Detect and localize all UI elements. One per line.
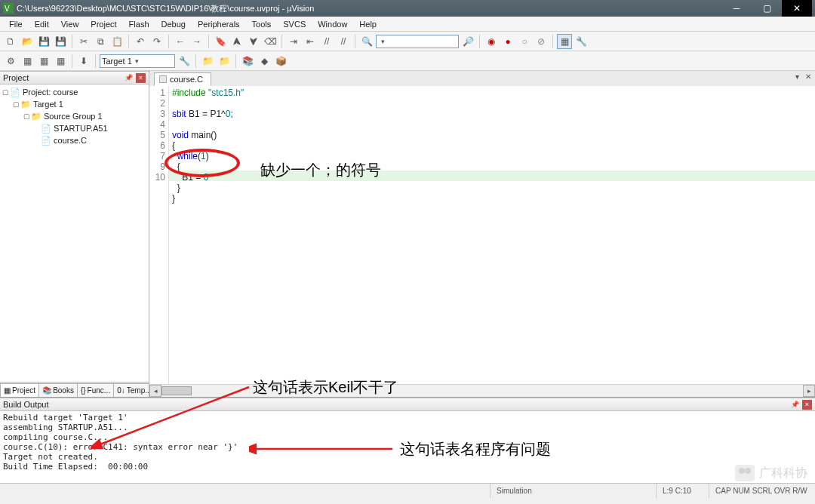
target-combo[interactable]: Target 1 ▾ (100, 54, 175, 68)
breakpoint-disable-icon[interactable]: ○ (517, 34, 532, 49)
project-panel-title: Project (3, 73, 29, 82)
project-panel-header: Project 📌 × (0, 71, 149, 85)
editor-hscroll[interactable]: ◂ ▸ (149, 384, 815, 397)
tab-dropdown-icon[interactable]: ▾ (793, 72, 801, 81)
watermark: 广科科协 (735, 465, 807, 481)
pin-icon[interactable]: 📌 (125, 74, 133, 81)
code-editor[interactable]: 1234567910 #include "stc15.h" sbit B1 = … (149, 86, 815, 384)
copy-icon[interactable]: ⧉ (93, 34, 108, 49)
ptab-project[interactable]: ▦Project (0, 383, 39, 397)
find-combo[interactable]: ▾ (376, 35, 459, 48)
menu-help[interactable]: Help (353, 18, 383, 30)
translate-icon[interactable]: ⚙ (3, 54, 18, 69)
new-icon[interactable]: 🗋 (3, 34, 18, 49)
toolbar-build: ⚙ ▦ ▦ ▦ ⬇ Target 1 ▾ 🔧 📁 📁 📚 ◆ 📦 (0, 51, 815, 71)
nav-back-icon[interactable]: ← (173, 34, 188, 49)
code-lines[interactable]: #include "stc15.h" sbit B1 = P1^0; void … (169, 86, 815, 384)
window-controls: ─ ▢ ✕ (721, 0, 812, 17)
titlebar: V C:\Users\96223\Desktop\MCU\STC\STC15W\… (0, 0, 815, 17)
window-title: C:\Users\96223\Desktop\MCU\STC\STC15W\DI… (17, 3, 721, 14)
configure-icon[interactable]: 🔧 (574, 34, 589, 49)
rebuild-icon[interactable]: ▦ (36, 54, 51, 69)
build-output-header: Build Output 📌 × (0, 398, 815, 411)
panel-close-icon[interactable]: × (136, 73, 146, 83)
paste-icon[interactable]: 📋 (109, 34, 125, 49)
app-icon: V (3, 3, 14, 14)
uncomment-icon[interactable]: // (336, 34, 351, 49)
save-all-icon[interactable]: 💾 (53, 34, 68, 49)
build-output-body[interactable]: Rebuild target 'Target 1' assembling STA… (0, 411, 815, 483)
debug-icon[interactable]: ◉ (484, 34, 499, 49)
menu-view[interactable]: View (55, 18, 85, 30)
status-cursor-pos: L:9 C:10 (657, 484, 709, 498)
menu-file[interactable]: File (3, 18, 29, 30)
panel-close-icon[interactable]: × (802, 400, 812, 410)
menu-edit[interactable]: Edit (29, 18, 55, 30)
tree-file[interactable]: 📄 course.C (2, 134, 147, 146)
pack-installer-icon[interactable]: 📦 (273, 54, 288, 69)
pin-icon[interactable]: 📌 (791, 401, 799, 408)
manage-rtos-icon[interactable]: ◆ (257, 54, 272, 69)
menu-project[interactable]: Project (85, 18, 122, 30)
project-tree[interactable]: ▢ 📄 Project: course ▢ 📁 Target 1 ▢ 📁 Sou… (0, 85, 149, 382)
gutter: 1234567910 (149, 86, 169, 384)
indent-icon[interactable]: ⇥ (286, 34, 301, 49)
svg-text:V: V (5, 5, 10, 13)
wechat-icon (735, 465, 755, 481)
menu-svcs[interactable]: SVCS (277, 18, 312, 30)
folder-icon: 📁 (31, 111, 42, 121)
bookmark-next-icon[interactable]: ⮟ (246, 34, 261, 49)
close-button[interactable]: ✕ (782, 0, 812, 17)
menu-debug[interactable]: Debug (155, 18, 192, 30)
cut-icon[interactable]: ✂ (76, 34, 91, 49)
comment-icon[interactable]: // (319, 34, 334, 49)
ptab-templates[interactable]: 0↓Temp... (113, 383, 149, 397)
statusbar: Simulation L:9 C:10 CAP NUM SCRL OVR R/W (0, 483, 815, 498)
bookmark-clear-icon[interactable]: ⌫ (263, 34, 278, 49)
scroll-left-icon[interactable]: ◂ (149, 385, 161, 397)
minimize-button[interactable]: ─ (721, 0, 752, 17)
menubar: File Edit View Project Flash Debug Perip… (0, 17, 815, 32)
manage-icon[interactable]: 📁 (200, 54, 215, 69)
menu-flash[interactable]: Flash (123, 18, 155, 30)
window-layout-icon[interactable]: ▦ (557, 34, 572, 49)
tree-file[interactable]: 📄 STARTUP.A51 (2, 122, 147, 134)
main-area: Project 📌 × ▢ 📄 Project: course ▢ 📁 Targ… (0, 71, 815, 397)
open-icon[interactable]: 📂 (20, 34, 35, 49)
books-icon[interactable]: 📚 (240, 54, 255, 69)
options-icon[interactable]: 🔧 (177, 54, 192, 69)
ptab-functions[interactable]: {}Func... (77, 383, 114, 397)
project-panel-tabs: ▦Project 📚Books {}Func... 0↓Temp... (0, 382, 149, 397)
nav-fwd-icon[interactable]: → (189, 34, 205, 49)
breakpoint-icon[interactable]: ● (500, 34, 515, 49)
find-icon[interactable]: 🔍 (359, 34, 374, 49)
bookmark-prev-icon[interactable]: ⮝ (229, 34, 244, 49)
folder-icon: 📁 (20, 99, 31, 109)
scroll-thumb[interactable] (161, 386, 192, 395)
file-tab-course[interactable]: course.C (154, 72, 211, 86)
tab-close-icon[interactable]: ✕ (803, 72, 813, 81)
menu-tools[interactable]: Tools (246, 18, 278, 30)
toolbar-main: 🗋 📂 💾 💾 ✂ ⧉ 📋 ↶ ↷ ← → 🔖 ⮝ ⮟ ⌫ ⇥ ⇤ // // … (0, 32, 815, 51)
manage-multi-icon[interactable]: 📁 (217, 54, 232, 69)
bookmark-icon[interactable]: 🔖 (213, 34, 228, 49)
undo-icon[interactable]: ↶ (133, 34, 148, 49)
tree-root[interactable]: ▢ 📄 Project: course (2, 86, 147, 98)
build-icon[interactable]: ▦ (20, 54, 35, 69)
download-icon[interactable]: ⬇ (76, 54, 91, 69)
scroll-right-icon[interactable]: ▸ (803, 385, 815, 397)
tree-group[interactable]: ▢ 📁 Source Group 1 (2, 110, 147, 122)
tree-target[interactable]: ▢ 📁 Target 1 (2, 98, 147, 110)
save-icon[interactable]: 💾 (36, 34, 51, 49)
outdent-icon[interactable]: ⇤ (303, 34, 318, 49)
file-tabs: course.C ▾ ✕ (149, 71, 815, 86)
batch-build-icon[interactable]: ▦ (53, 54, 68, 69)
breakpoint-kill-icon[interactable]: ⊘ (534, 34, 549, 49)
menu-peripherals[interactable]: Peripherals (192, 18, 246, 30)
find-in-files-icon[interactable]: 🔎 (460, 34, 475, 49)
maximize-button[interactable]: ▢ (752, 0, 782, 17)
ptab-books[interactable]: 📚Books (38, 383, 78, 397)
status-simulation: Simulation (491, 484, 657, 498)
menu-window[interactable]: Window (312, 18, 353, 30)
redo-icon[interactable]: ↷ (149, 34, 165, 49)
